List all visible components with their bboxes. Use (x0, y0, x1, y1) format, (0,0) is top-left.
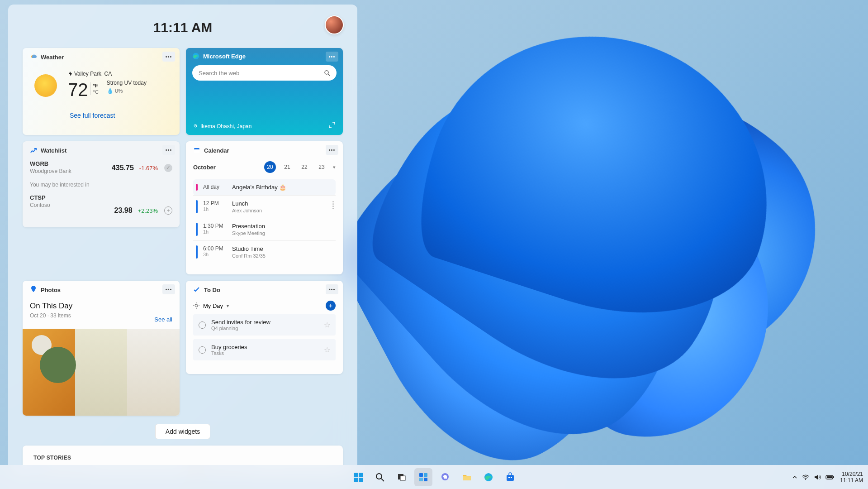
file-explorer-button[interactable] (458, 468, 476, 486)
weather-title: Weather (41, 54, 64, 61)
photo-thumbnail[interactable] (23, 329, 75, 416)
task-checkbox[interactable] (199, 346, 206, 354)
chat-button[interactable] (436, 468, 454, 486)
calendar-more-button[interactable]: ••• (326, 145, 338, 155)
watchlist-widget[interactable]: Watchlist ••• WGRB Woodgrove Bank 435.75… (23, 141, 180, 227)
chevron-down-icon[interactable]: ▾ (333, 164, 336, 170)
photos-widget[interactable]: Photos ••• On This Day Oct 20 · 33 items… (23, 281, 180, 416)
sun-outline-icon (193, 302, 199, 309)
stock-price: 435.75 (112, 164, 134, 172)
star-icon[interactable]: ☆ (324, 345, 330, 354)
svg-rect-20 (400, 476, 405, 480)
task-view-button[interactable] (393, 468, 411, 486)
svg-rect-23 (419, 478, 423, 481)
search-icon (324, 70, 330, 76)
edge-title: Microsoft Edge (203, 53, 246, 60)
photos-icon (30, 286, 37, 293)
watchlist-more-button[interactable]: ••• (162, 145, 175, 155)
weather-icon (30, 53, 37, 61)
calendar-day[interactable]: 23 (316, 161, 327, 173)
weather-uv: Strong UV today (107, 80, 147, 86)
svg-rect-13 (354, 473, 358, 477)
weather-widget[interactable]: Weather ••• Valley Park, CA 72 °F °C (23, 48, 180, 135)
todo-task[interactable]: Send invites for reviewQ4 planning☆ (193, 314, 336, 336)
widgets-clock: 11:11 AM (153, 20, 213, 35)
star-icon[interactable]: ☆ (324, 321, 330, 329)
edge-more-button[interactable]: ••• (326, 52, 338, 62)
svg-rect-30 (511, 477, 512, 478)
todo-more-button[interactable]: ••• (326, 284, 338, 294)
calendar-day[interactable]: 20 (264, 161, 276, 173)
stock-change: +2.23% (138, 207, 158, 214)
tray-chevron-icon[interactable] (792, 475, 797, 480)
see-all-link[interactable]: See all (154, 316, 172, 323)
search-button[interactable] (371, 468, 389, 486)
user-avatar[interactable] (325, 15, 344, 34)
chevron-down-icon[interactable]: ▾ (227, 303, 229, 308)
todo-widget[interactable]: To Do ••• My Day ▾ + Send invites for re… (186, 281, 343, 374)
task-checkbox[interactable] (199, 321, 206, 329)
see-forecast-link[interactable]: See full forecast (30, 112, 115, 119)
widgets-button[interactable] (414, 468, 432, 486)
svg-rect-21 (419, 473, 423, 477)
svg-rect-26 (463, 476, 471, 480)
weather-temp: 72 (68, 80, 88, 100)
photo-thumbnail[interactable] (127, 329, 180, 416)
svg-rect-34 (833, 476, 834, 478)
stock-checked-icon[interactable]: ✓ (164, 164, 172, 172)
edge-caption: Ikema Ohashi, Japan (193, 123, 251, 129)
unit-c[interactable]: °C (93, 89, 99, 95)
photos-heading: On This Day (30, 302, 172, 311)
edge-button[interactable] (479, 468, 498, 486)
calendar-day[interactable]: 21 (281, 161, 293, 173)
edge-widget[interactable]: Microsoft Edge ••• Search the web Ikema … (186, 48, 343, 135)
stock-price: 23.98 (114, 206, 133, 215)
calendar-day[interactable]: 22 (299, 161, 310, 173)
svg-point-2 (325, 71, 328, 74)
calendar-event[interactable]: All dayAngela's Birthday 🎂 (193, 179, 336, 195)
calendar-event[interactable]: 12 PM1hLunchAlex Johnson (193, 195, 336, 218)
calendar-month: October (193, 164, 216, 171)
stock-add-button[interactable]: + (164, 206, 172, 215)
volume-icon[interactable] (814, 474, 821, 480)
calendar-event[interactable]: 1:30 PM1hPresentationSkype Meeting (193, 218, 336, 240)
store-button[interactable] (501, 468, 519, 486)
svg-line-18 (381, 479, 384, 481)
widgets-panel: 11:11 AM Weather ••• Valley Park, CA (8, 5, 357, 475)
svg-point-17 (376, 474, 382, 479)
photos-sub: Oct 20 · 33 items (30, 312, 172, 319)
svg-point-5 (195, 125, 196, 126)
svg-point-31 (805, 479, 806, 480)
drag-handle-icon[interactable] (332, 201, 334, 209)
photos-more-button[interactable]: ••• (162, 284, 175, 294)
start-button[interactable] (349, 468, 367, 486)
photos-title: Photos (41, 287, 61, 293)
taskbar-datetime[interactable]: 10/20/21 11:11 AM (840, 471, 863, 484)
watchlist-title: Watchlist (41, 147, 66, 154)
calendar-widget[interactable]: Calendar ••• October 20 21 22 23 ▾ All d… (186, 141, 343, 274)
svg-rect-28 (507, 475, 514, 481)
photo-thumbnail[interactable] (75, 329, 128, 416)
wifi-icon[interactable] (802, 474, 809, 480)
todo-icon (193, 286, 200, 293)
edge-icon (192, 53, 199, 60)
unit-f[interactable]: °F (93, 82, 99, 89)
add-widgets-button[interactable]: Add widgets (155, 424, 210, 439)
todo-task[interactable]: Buy groceriesTasks☆ (193, 339, 336, 360)
add-task-button[interactable]: + (326, 301, 336, 311)
svg-rect-16 (359, 478, 363, 482)
todo-list-name[interactable]: My Day (203, 302, 223, 309)
taskbar: 10/20/21 11:11 AM (0, 465, 868, 489)
edge-search-input[interactable]: Search the web (192, 65, 337, 81)
battery-icon[interactable] (825, 475, 835, 480)
calendar-icon (193, 147, 200, 154)
svg-rect-24 (424, 478, 427, 481)
weather-location: Valley Park, CA (68, 71, 147, 77)
calendar-event[interactable]: 6:00 PM3hStudio TimeConf Rm 32/35 (193, 240, 336, 263)
weather-more-button[interactable]: ••• (162, 52, 175, 62)
watchlist-interest-label: You may be interested in (30, 182, 172, 188)
expand-icon[interactable] (328, 121, 337, 129)
top-stories-title: TOP STORIES (33, 455, 332, 461)
svg-line-3 (328, 74, 330, 76)
svg-rect-15 (354, 478, 358, 482)
